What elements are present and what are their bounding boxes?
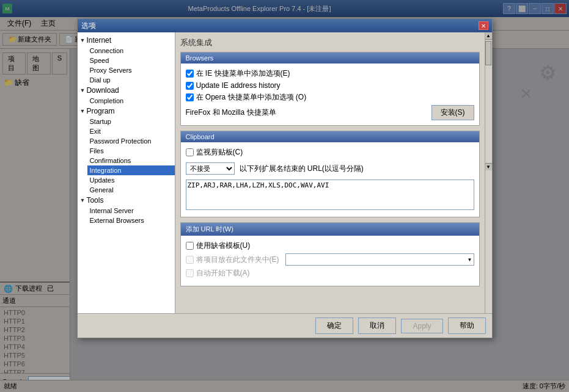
- dialog-content: 系统集成 Browsers 在 IE 快捷菜单中添加选项(E) Update I…: [175, 32, 485, 313]
- cb-ie-history: Update IE address history: [186, 81, 474, 90]
- tree-internal-server[interactable]: Internal Server: [87, 206, 175, 216]
- dialog-footer: 确定 取消 Apply 帮助: [78, 313, 492, 338]
- au-autostart: 自动开始下载(A): [186, 268, 474, 278]
- tree-general[interactable]: General: [87, 185, 175, 195]
- browsers-section: Browsers 在 IE 快捷菜单中添加选项(E) Update IE add…: [180, 52, 480, 126]
- add-url-body: 使用缺省模板(U) 将项目放在此文件夹中(E) ▼: [181, 236, 479, 286]
- folder-dropdown[interactable]: ▼: [285, 253, 474, 266]
- dialog-title: 选项: [81, 21, 479, 31]
- dialog-close-btn[interactable]: ✕: [479, 21, 488, 30]
- au-default-template-label: 使用缺省模板(U): [196, 241, 251, 251]
- tree-exit[interactable]: Exit: [87, 126, 175, 136]
- clipboard-body: 监视剪贴板(C) 不接受 接受 询问 以下列扩展名结束的 URL(以逗号分隔): [181, 142, 479, 217]
- apply-btn[interactable]: Apply: [401, 319, 442, 333]
- clipboard-section: Clipboard 监视剪贴板(C) 不接受 接受 询问: [180, 131, 480, 217]
- cb-ie-history-input[interactable]: [186, 82, 194, 90]
- au-autostart-input[interactable]: [186, 269, 194, 277]
- options-dialog: 选项 ✕ ▼ Internet Connection Speed Proxy S…: [77, 18, 493, 338]
- help-btn[interactable]: 帮助: [448, 318, 486, 334]
- tree-connection[interactable]: Connection: [87, 46, 175, 56]
- scroll-track: [485, 41, 492, 163]
- content-title: 系统集成: [180, 37, 480, 48]
- scroll-thumb[interactable]: [485, 41, 491, 65]
- au-folder-input[interactable]: [186, 256, 194, 264]
- au-folder-label: 将项目放在此文件夹中(E): [196, 255, 279, 265]
- au-default-template-input[interactable]: [186, 242, 194, 250]
- browsers-header: Browsers: [181, 53, 479, 64]
- cb-opera-menu: 在 Opera 快捷菜单中添加选项 (O): [186, 92, 474, 103]
- expand-icon-dl: ▼: [80, 87, 86, 93]
- expand-icon: ▼: [80, 37, 86, 43]
- cb-ie-menu: 在 IE 快捷菜单中添加选项(E): [186, 68, 474, 79]
- dropdown-row: 不接受 接受 询问 以下列扩展名结束的 URL(以逗号分隔): [186, 162, 474, 175]
- tree-updates[interactable]: Updates: [87, 175, 175, 185]
- dialog-overlay: 选项 ✕ ▼ Internet Connection Speed Proxy S…: [0, 0, 569, 392]
- tree-files[interactable]: Files: [87, 146, 175, 156]
- au-autostart-label: 自动开始下载(A): [196, 268, 250, 278]
- accept-dropdown[interactable]: 不接受 接受 询问: [186, 162, 235, 175]
- firefox-row: FireFox 和 Mozilla 快捷菜单 安装(S): [186, 105, 474, 120]
- tree-password-protection[interactable]: Password Protection: [87, 136, 175, 146]
- au-folder: 将项目放在此文件夹中(E) ▼: [186, 253, 474, 266]
- tree-download[interactable]: ▼ Download: [78, 85, 175, 96]
- monitor-label: 监视剪贴板(C): [196, 147, 243, 158]
- tree-startup[interactable]: Startup: [87, 117, 175, 126]
- ok-btn[interactable]: 确定: [315, 318, 353, 334]
- scroll-down-btn[interactable]: ▼: [485, 163, 492, 170]
- tree-program[interactable]: ▼ Program: [78, 106, 175, 117]
- url-extensions-textarea[interactable]: [186, 180, 474, 210]
- app-window: M MetaProducts Offline Explorer Pro 7.4 …: [0, 0, 569, 392]
- cb-ie-history-label: Update IE address history: [196, 81, 281, 90]
- cb-opera-menu-input[interactable]: [186, 93, 194, 101]
- tree-dial-up[interactable]: Dial up: [87, 75, 175, 85]
- add-url-header: 添加 URL 时(W): [181, 223, 479, 236]
- tree-integration[interactable]: Integration: [87, 165, 175, 175]
- cancel-btn[interactable]: 取消: [358, 318, 396, 334]
- tree-external-browsers[interactable]: External Browsers: [87, 216, 175, 225]
- dropdown-arrow-icon: ▼: [468, 257, 472, 263]
- monitor-checkbox[interactable]: [186, 148, 194, 156]
- cb-opera-menu-label: 在 Opera 快捷菜单中添加选项 (O): [196, 92, 307, 103]
- clipboard-header: Clipboard: [181, 131, 479, 142]
- install-btn[interactable]: 安装(S): [431, 105, 474, 120]
- dialog-title-bar: 选项 ✕: [78, 19, 492, 32]
- cb-ie-menu-input[interactable]: [186, 70, 194, 78]
- firefox-label: FireFox 和 Mozilla 快捷菜单: [186, 107, 427, 118]
- cb-ie-menu-label: 在 IE 快捷菜单中添加选项(E): [196, 68, 290, 79]
- dialog-body: ▼ Internet Connection Speed Proxy Server…: [78, 32, 492, 313]
- browsers-body: 在 IE 快捷菜单中添加选项(E) Update IE address hist…: [181, 64, 479, 125]
- tree-tools[interactable]: ▼ Tools: [78, 195, 175, 206]
- scroll-up-btn[interactable]: ▲: [485, 32, 492, 40]
- tree-confirmations[interactable]: Confirmations: [87, 156, 175, 165]
- monitor-row: 监视剪贴板(C): [186, 147, 474, 158]
- tree-internet[interactable]: ▼ Internet: [78, 35, 175, 46]
- dialog-tree: ▼ Internet Connection Speed Proxy Server…: [78, 32, 175, 313]
- tree-proxy-servers[interactable]: Proxy Servers: [87, 65, 175, 75]
- dialog-vscroll[interactable]: ▲ ▼: [485, 32, 492, 313]
- tree-completion[interactable]: Completion: [87, 96, 175, 106]
- dropdown-suffix-label: 以下列扩展名结束的 URL(以逗号分隔): [240, 164, 364, 174]
- expand-icon-tools: ▼: [80, 197, 86, 203]
- add-url-section: 添加 URL 时(W) 使用缺省模板(U) 将项目放在此文件夹中(E) ▼: [180, 222, 480, 286]
- expand-icon-prog: ▼: [80, 108, 86, 114]
- au-default-template: 使用缺省模板(U): [186, 241, 474, 251]
- tree-speed[interactable]: Speed: [87, 56, 175, 65]
